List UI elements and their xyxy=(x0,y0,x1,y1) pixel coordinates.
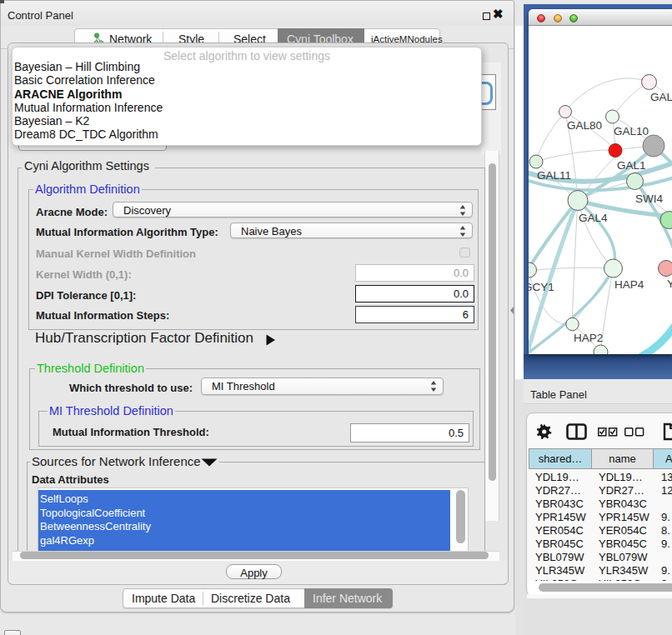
svg-text:GAL80: GAL80 xyxy=(567,119,602,132)
svg-text:HAP4: HAP4 xyxy=(614,278,644,291)
svg-text:GCY1: GCY1 xyxy=(529,281,554,293)
svg-text:GAL10: GAL10 xyxy=(614,125,649,138)
svg-text:GAL1: GAL1 xyxy=(617,159,646,172)
svg-text:GAL11: GAL11 xyxy=(537,169,571,182)
svg-text:SWI4: SWI4 xyxy=(635,192,663,205)
svg-text:HAP2: HAP2 xyxy=(574,332,603,344)
svg-text:Y: Y xyxy=(667,278,672,290)
svg-text:GAL7: GAL7 xyxy=(650,91,672,103)
svg-text:GAL4: GAL4 xyxy=(579,212,608,224)
